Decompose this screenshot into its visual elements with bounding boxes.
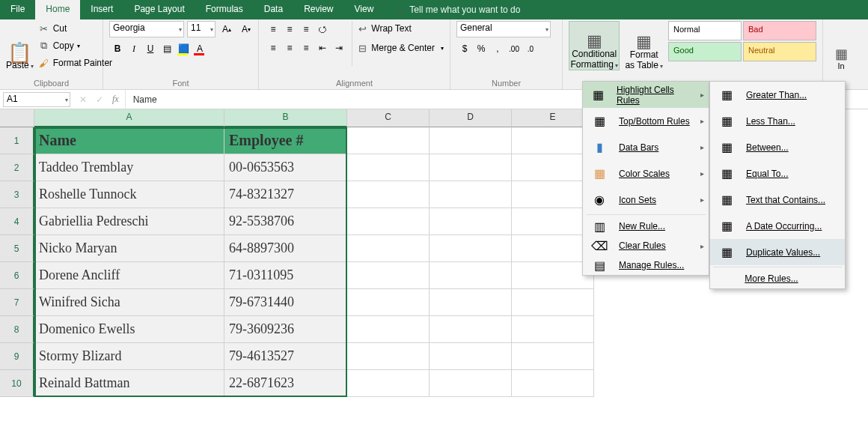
cell-C7[interactable] xyxy=(347,289,430,316)
colhead-C[interactable]: C xyxy=(347,109,430,127)
copy-button[interactable]: ⧉Copy▾ xyxy=(38,38,112,53)
underline-button[interactable]: U xyxy=(142,40,159,57)
menu-data-bars[interactable]: ▮Data Bars▸ xyxy=(583,134,709,160)
insert-cells-button[interactable]: ▦ In xyxy=(829,21,853,70)
style-normal[interactable]: Normal xyxy=(668,21,742,40)
conditional-formatting-button[interactable]: ▦ Conditional Formatting▾ xyxy=(569,21,620,70)
cell-B8[interactable]: 79-3609236 xyxy=(224,316,347,343)
style-neutral[interactable]: Neutral xyxy=(743,42,816,61)
currency-button[interactable]: $ xyxy=(456,40,473,57)
menu-icon-sets[interactable]: ◉Icon Sets▸ xyxy=(583,187,709,213)
cut-button[interactable]: ✂Cut xyxy=(38,21,112,36)
fx-icon[interactable]: fx xyxy=(112,94,119,105)
cell-E10[interactable] xyxy=(512,370,594,397)
colhead-A[interactable]: A xyxy=(34,109,224,127)
percent-button[interactable]: % xyxy=(473,40,489,57)
tab-home[interactable]: Home xyxy=(35,0,80,19)
rowhead-1[interactable]: 1 xyxy=(0,127,34,154)
cell-B1[interactable]: Employee # xyxy=(224,127,347,154)
align-top-button[interactable]: ≡ xyxy=(265,21,281,37)
menu-color-scales[interactable]: ▦Color Scales▸ xyxy=(583,160,709,187)
rowhead-9[interactable]: 9 xyxy=(0,343,34,370)
wrap-text-button[interactable]: ↩Wrap Text xyxy=(356,21,444,36)
fill-color-button[interactable]: 🟦 xyxy=(175,40,192,57)
cell-D4[interactable] xyxy=(430,208,512,235)
cell-B6[interactable]: 71-0311095 xyxy=(224,262,347,289)
cell-D5[interactable] xyxy=(430,235,512,262)
colhead-D[interactable]: D xyxy=(430,109,512,127)
align-right-button[interactable]: ≡ xyxy=(298,40,314,56)
submenu-greater-than[interactable]: ▦Greater Than... xyxy=(710,82,845,108)
cell-A5[interactable]: Nicko Maryan xyxy=(34,235,224,262)
menu-top-bottom[interactable]: ▦Top/Bottom Rules▸ xyxy=(583,108,709,134)
cell-B3[interactable]: 74-8321327 xyxy=(224,181,347,208)
cell-A1[interactable]: Name xyxy=(34,127,224,154)
font-name-select[interactable]: Georgia▾ xyxy=(109,21,184,37)
name-box[interactable]: A1▾ xyxy=(3,92,70,107)
font-color-button[interactable]: A xyxy=(192,40,208,57)
comma-button[interactable]: , xyxy=(489,40,506,57)
cell-B9[interactable]: 79-4613527 xyxy=(224,343,347,370)
rowhead-8[interactable]: 8 xyxy=(0,316,34,343)
align-bottom-button[interactable]: ≡ xyxy=(298,21,314,37)
cell-D9[interactable] xyxy=(430,343,512,370)
cell-A3[interactable]: Roshelle Tunnock xyxy=(34,181,224,208)
tab-file[interactable]: File xyxy=(0,0,35,19)
align-left-button[interactable]: ≡ xyxy=(265,40,281,56)
rowhead-5[interactable]: 5 xyxy=(0,235,34,262)
cell-C8[interactable] xyxy=(347,316,430,343)
cell-C10[interactable] xyxy=(347,370,430,397)
submenu-date-occurring[interactable]: ▦A Date Occurring... xyxy=(710,213,845,239)
submenu-text-contains[interactable]: ▦Text that Contains... xyxy=(710,187,845,213)
cell-C9[interactable] xyxy=(347,343,430,370)
align-middle-button[interactable]: ≡ xyxy=(281,21,298,37)
bold-button[interactable]: B xyxy=(109,40,126,57)
submenu-between[interactable]: ▦Between... xyxy=(710,134,845,160)
cell-C5[interactable] xyxy=(347,235,430,262)
cell-D6[interactable] xyxy=(430,262,512,289)
menu-manage-rules[interactable]: ▤Manage Rules... xyxy=(583,255,709,275)
rowhead-2[interactable]: 2 xyxy=(0,154,34,181)
submenu-equal-to[interactable]: ▦Equal To... xyxy=(710,160,845,187)
cell-A9[interactable]: Stormy Blizard xyxy=(34,343,224,370)
cell-C6[interactable] xyxy=(347,262,430,289)
cell-D2[interactable] xyxy=(430,154,512,181)
rowhead-4[interactable]: 4 xyxy=(0,208,34,235)
cell-D1[interactable] xyxy=(430,127,512,154)
cell-E7[interactable] xyxy=(512,289,594,316)
cell-C2[interactable] xyxy=(347,154,430,181)
cell-B4[interactable]: 92-5538706 xyxy=(224,208,347,235)
tab-insert[interactable]: Insert xyxy=(80,0,123,19)
decrease-decimal-button[interactable]: .0 xyxy=(522,40,539,57)
cell-A6[interactable]: Dorene Ancliff xyxy=(34,262,224,289)
cell-B2[interactable]: 00-0653563 xyxy=(224,154,347,181)
cell-C4[interactable] xyxy=(347,208,430,235)
cell-C1[interactable] xyxy=(347,127,430,154)
cell-A2[interactable]: Taddeo Tremblay xyxy=(34,154,224,181)
cell-E8[interactable] xyxy=(512,316,594,343)
cell-A10[interactable]: Reinald Battman xyxy=(34,370,224,397)
tab-data[interactable]: Data xyxy=(254,0,293,19)
tab-formulas[interactable]: Formulas xyxy=(195,0,254,19)
paste-button[interactable]: 📋 Paste▾ xyxy=(6,21,34,70)
menu-new-rule[interactable]: ▥New Rule... xyxy=(583,216,709,236)
number-format-select[interactable]: General▾ xyxy=(456,21,551,37)
cell-B7[interactable]: 79-6731440 xyxy=(224,289,347,316)
orientation-button[interactable]: ⭯ xyxy=(314,21,331,37)
cell-B10[interactable]: 22-6871623 xyxy=(224,370,347,397)
merge-center-button[interactable]: ⊟Merge & Center▾ xyxy=(356,40,444,55)
colhead-B[interactable]: B xyxy=(224,109,347,127)
tab-page-layout[interactable]: Page Layout xyxy=(123,0,195,19)
decrease-indent-button[interactable]: ⇤ xyxy=(314,40,331,56)
cell-D8[interactable] xyxy=(430,316,512,343)
cell-E9[interactable] xyxy=(512,343,594,370)
style-bad[interactable]: Bad xyxy=(743,21,816,40)
border-button[interactable]: ▤ xyxy=(159,40,175,57)
increase-indent-button[interactable]: ⇥ xyxy=(331,40,347,56)
format-painter-button[interactable]: 🖌Format Painter xyxy=(38,55,112,70)
italic-button[interactable]: I xyxy=(126,40,142,57)
cell-A4[interactable]: Gabriellia Pedreschi xyxy=(34,208,224,235)
rowhead-3[interactable]: 3 xyxy=(0,181,34,208)
cancel-icon[interactable]: ✕ xyxy=(79,94,87,105)
font-size-select[interactable]: 11▾ xyxy=(187,21,216,37)
